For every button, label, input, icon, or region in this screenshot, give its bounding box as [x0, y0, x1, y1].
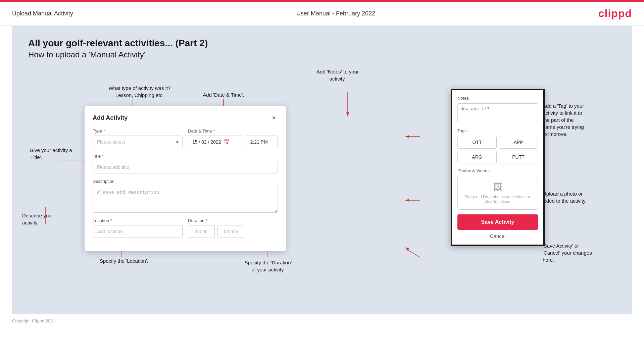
- annotation-location: Specify the 'Location'.: [95, 257, 153, 264]
- section-heading: All your golf-relevant activities... (Pa…: [28, 38, 208, 49]
- svg-marker-15: [346, 112, 349, 116]
- copyright-text: Copyright Clippd 2021: [12, 318, 55, 323]
- page-title: Upload Manual Activity: [12, 10, 73, 17]
- duration-hr-input[interactable]: [188, 225, 215, 238]
- tags-grid: OTT APP ARG PUTT: [457, 136, 538, 163]
- type-select[interactable]: Please select: [93, 136, 183, 148]
- tag-putt[interactable]: PUTT: [499, 151, 538, 163]
- date-input[interactable]: 15 / 02 / 2022 📅: [188, 136, 243, 148]
- phone-panel: Notes Tags OTT APP ARG PUTT Photos & Vid…: [451, 89, 545, 246]
- photos-label: Photos & Videos: [457, 168, 538, 173]
- annotation-save-cancel: 'Save Activity' or 'Cancel' your changes…: [543, 242, 620, 263]
- svg-marker-17: [405, 135, 409, 138]
- annotation-duration: Specify the 'Duration' of your activity.: [230, 259, 307, 273]
- title-group: Title *: [93, 154, 278, 173]
- datetime-inputs: 15 / 02 / 2022 📅 2:21 PM: [188, 136, 278, 148]
- datetime-label: Date & Time *: [188, 128, 278, 134]
- dialog-header: Add Activity ×: [93, 114, 278, 122]
- main-content: All your golf-relevant activities... (Pa…: [12, 26, 632, 314]
- upload-icon: 🖼: [493, 182, 502, 193]
- description-textarea[interactable]: [93, 186, 278, 213]
- title-input[interactable]: [93, 161, 278, 173]
- notes-textarea[interactable]: [457, 103, 538, 122]
- footer: Copyright Clippd 2021: [0, 314, 644, 327]
- top-bar: Upload Manual Activity User Manual - Feb…: [0, 2, 644, 26]
- title-label: Title *: [93, 154, 278, 159]
- cancel-button[interactable]: Cancel: [457, 233, 538, 239]
- annotation-type: What type of activity was it? Lesson, Ch…: [103, 85, 177, 99]
- save-activity-button[interactable]: Save Activity: [457, 214, 538, 230]
- svg-line-20: [408, 250, 420, 257]
- tags-label: Tags: [457, 128, 538, 133]
- annotation-title: Give your activity a 'Title'.: [30, 147, 78, 161]
- calendar-icon: 📅: [224, 139, 230, 145]
- svg-marker-21: [405, 247, 409, 251]
- duration-min-input[interactable]: [217, 225, 244, 238]
- location-label: Location *: [93, 218, 183, 223]
- location-group: Location *: [93, 218, 183, 238]
- location-input[interactable]: [93, 225, 183, 238]
- manual-title: User Manual - February 2022: [296, 10, 375, 17]
- annotation-tag: Add a 'Tag' to your activity to link it …: [543, 102, 620, 138]
- tag-app[interactable]: APP: [499, 136, 538, 149]
- add-activity-dialog: Add Activity × Type * Please select ▾ Da…: [85, 106, 286, 251]
- upload-text: Drag and Drop photos and videos or click…: [465, 195, 530, 204]
- duration-group: Duration *: [188, 218, 278, 238]
- phone-inner: Notes Tags OTT APP ARG PUTT Photos & Vid…: [452, 90, 543, 245]
- logo: clippd: [598, 7, 632, 20]
- svg-marker-19: [405, 199, 409, 202]
- dialog-title: Add Activity: [93, 114, 128, 121]
- section-subheading: How to upload a 'Manual Activity': [28, 50, 208, 59]
- duration-inputs: [188, 225, 278, 238]
- location-duration-row: Location * Duration *: [93, 218, 278, 238]
- time-input[interactable]: 2:21 PM: [246, 136, 278, 148]
- annotation-upload: Upload a photo or video to the activity.: [543, 190, 620, 204]
- annotation-description: Describe your activity.: [22, 212, 71, 226]
- close-button[interactable]: ×: [270, 114, 278, 122]
- section-title: All your golf-relevant activities... (Pa…: [28, 38, 208, 59]
- type-select-wrap: Please select ▾: [93, 136, 183, 148]
- type-datetime-row: Type * Please select ▾ Date & Time * 15 …: [93, 128, 278, 148]
- type-group: Type * Please select ▾: [93, 128, 183, 148]
- notes-section-label: Notes: [457, 96, 538, 101]
- photos-upload-area[interactable]: 🖼 Drag and Drop photos and videos or cli…: [457, 176, 538, 210]
- duration-label: Duration *: [188, 218, 278, 223]
- tag-arg[interactable]: ARG: [457, 151, 497, 163]
- annotation-notes: Add 'Notes' to your activity.: [304, 68, 371, 82]
- tag-ott[interactable]: OTT: [457, 136, 497, 149]
- description-group: Description: [93, 179, 278, 213]
- description-label: Description: [93, 179, 278, 184]
- annotation-datetime: Add 'Date & Time'.: [195, 91, 252, 98]
- type-label: Type *: [93, 128, 183, 134]
- datetime-group: Date & Time * 15 / 02 / 2022 📅 2:21 PM: [188, 128, 278, 148]
